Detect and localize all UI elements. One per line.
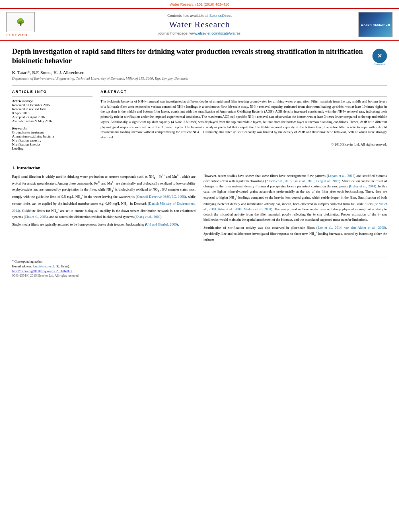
email-footnote: E-mail address: kant@env.dtu.dk (K. Tata… bbox=[12, 265, 387, 268]
intro-para-3: However, recent studies have shown that … bbox=[204, 173, 387, 223]
elsevier-tree-icon: 🌳 bbox=[6, 12, 35, 32]
abstract-box: The biokinetic behavior of NH4+ removal … bbox=[101, 96, 387, 146]
abstract-text: The biokinetic behavior of NH4+ removal … bbox=[101, 99, 387, 140]
doi-line[interactable]: http://dx.doi.org/10.1016/j.watres.2016.… bbox=[12, 269, 387, 273]
divider-1 bbox=[12, 85, 387, 86]
wr-logo-title: WATER RESEARCH bbox=[361, 23, 390, 26]
keyword-4: Nitrification kinetics bbox=[12, 142, 93, 146]
article-info-column: ARTICLE INFO Article history: Received 3… bbox=[12, 90, 93, 150]
paper-title: Depth investigation of rapid sand filter… bbox=[12, 47, 387, 66]
article-history-group: Article history: Received 3 December 201… bbox=[12, 99, 93, 123]
paper-title-section: ✕ CrossMark Depth investigation of rapid… bbox=[12, 47, 387, 66]
elsevier-logo-left: 🌳 ELSEVIER bbox=[6, 12, 43, 37]
keyword-2: Ammonium oxidizing bacteria bbox=[12, 134, 93, 138]
journal-header: 🌳 ELSEVIER Contents lists available at S… bbox=[0, 8, 399, 41]
crossmark-badge: ✕ CrossMark bbox=[372, 49, 387, 66]
corresponding-author-note: * Corresponding author. bbox=[12, 260, 387, 263]
online-date: Available online 9 May 2016 bbox=[12, 119, 93, 123]
authors-text: K. Tatari*, B.F. Smets, H.-J. Albrechtse… bbox=[12, 70, 84, 75]
wr-logo-right: WATER RESEARCH bbox=[356, 12, 393, 37]
intro-para-1: Rapid sand filtration is widely used in … bbox=[12, 173, 195, 220]
keywords-label: Keywords: bbox=[12, 126, 93, 130]
page: Water Research 101 (2016) 402–410 🌳 ELSE… bbox=[0, 0, 399, 281]
homepage-url[interactable]: www.elsevier.com/locate/watres bbox=[189, 31, 241, 35]
abstract-header: ABSTRACT bbox=[101, 90, 387, 94]
contents-line: Contents lists available at ScienceDirec… bbox=[43, 14, 356, 18]
divider-2 bbox=[12, 157, 387, 157]
keywords-section: Keywords: Groundwater treatment Ammonium… bbox=[12, 126, 93, 150]
keyword-3: Nitrification capacity bbox=[12, 138, 93, 142]
main-content: ✕ CrossMark Depth investigation of rapid… bbox=[0, 41, 399, 281]
intro-left-column: Rapid sand filtration is widely used in … bbox=[12, 173, 195, 245]
section-title: Introduction bbox=[16, 165, 41, 170]
abstract-column: ABSTRACT The biokinetic behavior of NH4+… bbox=[101, 90, 387, 150]
top-citation: Water Research 101 (2016) 402–410 bbox=[170, 2, 229, 6]
water-research-logo-box: WATER RESEARCH bbox=[358, 12, 393, 37]
affiliation-line: Department of Environmental Engineering,… bbox=[12, 76, 387, 80]
accepted-date: Accepted 27 April 2016 bbox=[12, 115, 93, 119]
introduction-section: 1. Introduction Rapid sand filtration is… bbox=[12, 165, 387, 245]
issn-line: 0043-1354/© 2016 Elsevier Ltd. All right… bbox=[12, 274, 387, 277]
article-info-box: Article history: Received 3 December 201… bbox=[12, 96, 93, 150]
intro-right-column: However, recent studies have shown that … bbox=[204, 173, 387, 245]
intro-para-2: Single media filters are typically assum… bbox=[12, 222, 195, 227]
sciencedirect-link[interactable]: ScienceDirect bbox=[210, 14, 232, 18]
footer-section: * Corresponding author. E-mail address: … bbox=[12, 257, 387, 277]
intro-section-title: 1. Introduction bbox=[12, 165, 387, 170]
authors-line: K. Tatari*, B.F. Smets, H.-J. Albrechtse… bbox=[12, 70, 387, 75]
revised-label: Received in revised form bbox=[12, 107, 93, 111]
copyright-line: © 2016 Elsevier Ltd. All rights reserved… bbox=[101, 142, 387, 146]
top-citation-bar: Water Research 101 (2016) 402–410 bbox=[0, 0, 399, 8]
doi-link[interactable]: http://dx.doi.org/10.1016/j.watres.2016.… bbox=[12, 269, 72, 273]
elsevier-brand-text: ELSEVIER bbox=[6, 33, 28, 37]
article-info-header: ARTICLE INFO bbox=[12, 90, 93, 94]
author-email[interactable]: kant@env.dtu.dk bbox=[33, 265, 55, 268]
revised-date: 8 April 2016 bbox=[12, 111, 93, 115]
journal-center-info: Contents lists available at ScienceDirec… bbox=[43, 14, 356, 35]
article-abstract-columns: ARTICLE INFO Article history: Received 3… bbox=[12, 90, 387, 150]
keyword-5: Loading bbox=[12, 146, 93, 150]
received-date: Received 3 December 2015 bbox=[12, 103, 93, 107]
homepage-line: journal homepage: www.elsevier.com/locat… bbox=[43, 31, 356, 35]
section-number: 1. bbox=[12, 165, 16, 170]
history-label: Article history: bbox=[12, 99, 93, 103]
keyword-1: Groundwater treatment bbox=[12, 130, 93, 134]
journal-title-text: Water Research bbox=[43, 19, 356, 30]
intro-body-columns: Rapid sand filtration is widely used in … bbox=[12, 173, 387, 245]
crossmark-icon: ✕ bbox=[372, 49, 387, 63]
intro-para-4: Stratification of nitrification activity… bbox=[204, 225, 387, 243]
